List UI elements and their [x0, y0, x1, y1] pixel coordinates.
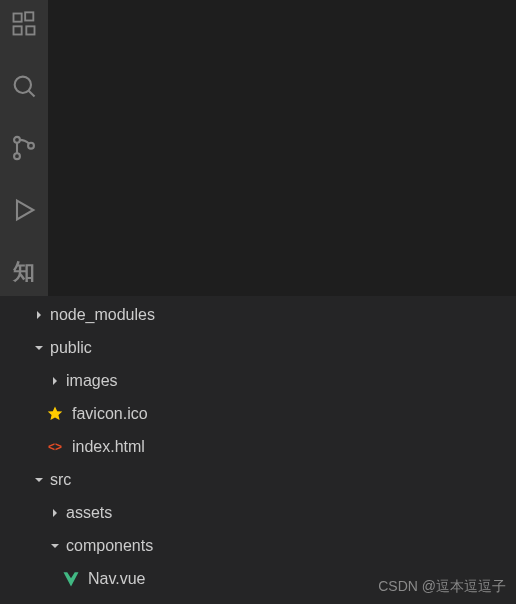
tree-item-index-html[interactable]: <>index.html [0, 430, 516, 463]
tree-item-components[interactable]: components [0, 529, 516, 562]
zhihu-icon[interactable]: 知 [0, 248, 48, 296]
tree-item-label: Nav.vue [88, 570, 146, 588]
chevron-right-icon [46, 372, 64, 390]
svg-marker-9 [17, 201, 33, 220]
svg-point-8 [28, 143, 34, 149]
svg-rect-3 [25, 12, 33, 20]
chevron-right-icon [30, 306, 48, 324]
chevron-down-icon [30, 339, 48, 357]
zhihu-label: 知 [13, 257, 35, 287]
activity-bar: 知 [0, 0, 48, 296]
chevron-right-icon [46, 504, 64, 522]
extensions-icon[interactable] [0, 0, 48, 48]
tree-item-label: public [50, 339, 92, 357]
tree-item-images[interactable]: images [0, 364, 516, 397]
html-icon: <> [46, 438, 64, 456]
search-icon[interactable] [0, 62, 48, 110]
tree-item-src[interactable]: src [0, 463, 516, 496]
tree-item-favicon-ico[interactable]: favicon.ico [0, 397, 516, 430]
star-icon [46, 405, 64, 423]
tree-item-label: components [66, 537, 153, 555]
tree-item-label: favicon.ico [72, 405, 148, 423]
tree-item-label: node_modules [50, 306, 155, 324]
tree-item-publishertab-vue[interactable]: PublisherTab.vue [0, 595, 516, 604]
svg-rect-1 [14, 26, 22, 34]
tree-item-node-modules[interactable]: node_modules [0, 298, 516, 331]
file-explorer: node_modulespublicimagesfavicon.ico<>ind… [0, 296, 516, 604]
tree-item-label: src [50, 471, 71, 489]
tree-item-label: images [66, 372, 118, 390]
tree-item-label: assets [66, 504, 112, 522]
chevron-down-icon [30, 471, 48, 489]
svg-point-7 [14, 153, 20, 159]
run-debug-icon[interactable] [0, 186, 48, 234]
svg-rect-2 [26, 26, 34, 34]
tree-item-label: index.html [72, 438, 145, 456]
svg-line-5 [29, 91, 35, 97]
tree-item-nav-vue[interactable]: Nav.vue [0, 562, 516, 595]
tree-item-public[interactable]: public [0, 331, 516, 364]
vue-icon [62, 570, 80, 588]
svg-point-6 [14, 137, 20, 143]
svg-point-4 [15, 77, 31, 93]
tree-item-assets[interactable]: assets [0, 496, 516, 529]
chevron-down-icon [46, 537, 64, 555]
svg-rect-0 [14, 14, 22, 22]
source-control-icon[interactable] [0, 124, 48, 172]
